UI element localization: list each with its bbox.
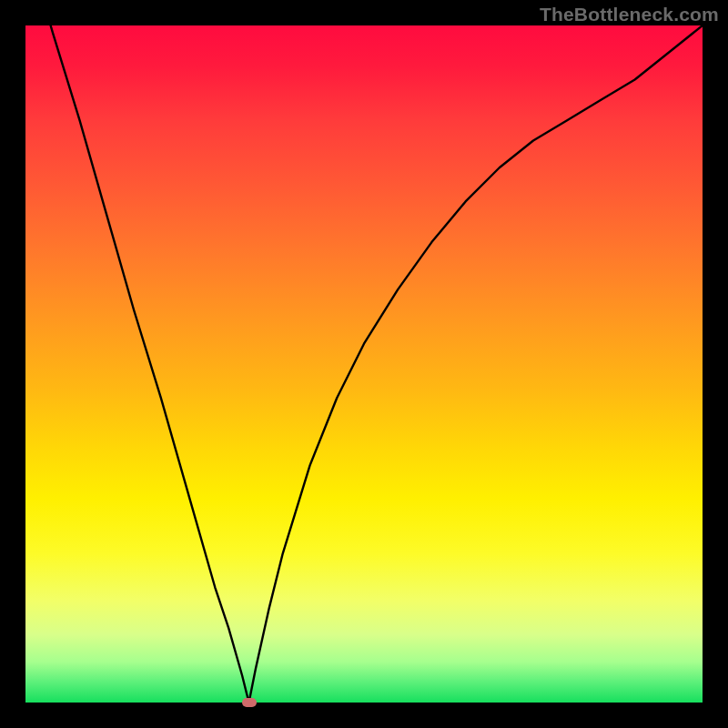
plot-area bbox=[25, 25, 703, 703]
minimum-marker bbox=[242, 698, 257, 707]
bottleneck-curve bbox=[25, 25, 703, 703]
curve-svg bbox=[25, 25, 703, 703]
watermark-text: TheBottleneck.com bbox=[540, 4, 719, 25]
chart-frame: TheBottleneck.com bbox=[0, 0, 728, 728]
